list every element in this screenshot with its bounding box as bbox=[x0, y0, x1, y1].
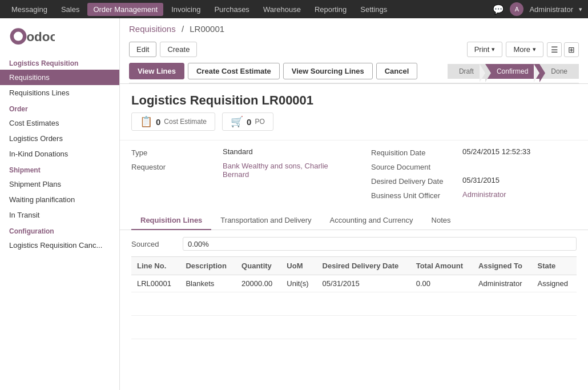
list-view-button[interactable]: ☰ bbox=[547, 42, 562, 57]
col-assigned-to: Assigned To bbox=[473, 257, 532, 275]
tab-content-requisition-lines: Sourced 0.00% Line No. Description Quant… bbox=[120, 230, 588, 346]
sidebar-item-cost-estimates[interactable]: Cost Estimates bbox=[0, 115, 119, 131]
table-empty-row-2 bbox=[131, 316, 577, 339]
more-button[interactable]: More bbox=[506, 42, 543, 57]
cost-estimate-label: Cost Estimate bbox=[164, 118, 207, 126]
field-desired-delivery-date: Desired Delivery Date 05/31/2015 bbox=[371, 176, 577, 186]
empty-cell-1 bbox=[131, 292, 577, 316]
requisition-lines-table: Line No. Description Quantity UoM Desire… bbox=[131, 256, 577, 339]
breadcrumb: Requisitions / LR00001 bbox=[129, 24, 579, 34]
sidebar-item-requisitions-lines[interactable]: Requisitions Lines bbox=[0, 85, 119, 100]
po-badge[interactable]: 🛒 0 PO bbox=[222, 112, 273, 131]
field-business-unit-officer-label: Business Unit Officer bbox=[371, 190, 462, 200]
section-order: Order bbox=[0, 100, 119, 115]
tab-requisition-lines[interactable]: Requisition Lines bbox=[131, 211, 211, 230]
nav-order-management[interactable]: Order Management bbox=[87, 3, 163, 16]
sidebar-item-shipment-plans[interactable]: Shipment Plans bbox=[0, 176, 119, 192]
field-type-value: Standard bbox=[223, 147, 253, 156]
breadcrumb-current: LR00001 bbox=[190, 24, 224, 34]
sidebar-item-logistics-orders[interactable]: Logistics Orders bbox=[0, 131, 119, 146]
section-logistics-requisition: Logistics Requisition bbox=[0, 55, 119, 70]
create-cost-estimate-button[interactable]: Create Cost Estimate bbox=[188, 63, 280, 79]
sidebar-item-in-transit[interactable]: In Transit bbox=[0, 207, 119, 223]
avatar[interactable]: A bbox=[510, 2, 523, 16]
user-name[interactable]: Administrator bbox=[529, 5, 573, 14]
section-shipment: Shipment bbox=[0, 162, 119, 176]
svg-text:odoo: odoo bbox=[26, 30, 55, 44]
field-requestor-label: Requestor bbox=[131, 162, 223, 171]
cell-uom: Unit(s) bbox=[281, 275, 316, 292]
sidebar-item-requisitions[interactable]: Requisitions bbox=[0, 70, 119, 85]
field-requestor-value[interactable]: Bank Wealthy and sons, Charlie Bernard bbox=[223, 162, 348, 179]
sidebar-item-waiting-planification[interactable]: Waiting planification bbox=[0, 192, 119, 207]
field-requisition-date: Requisition Date 05/24/2015 12:52:33 bbox=[371, 147, 577, 157]
fields-section: Type Standard Requestor Bank Wealthy and… bbox=[120, 140, 588, 211]
nav-menu: Messaging Sales Order Management Invoici… bbox=[6, 3, 393, 16]
col-desired-delivery-date: Desired Delivery Date bbox=[317, 257, 410, 275]
field-business-unit-officer-value[interactable]: Administrator bbox=[462, 190, 506, 199]
sourced-bar: 0.00% bbox=[183, 237, 577, 251]
view-lines-button[interactable]: View Lines bbox=[129, 63, 184, 79]
svg-point-1 bbox=[14, 32, 23, 41]
toolbar: Edit Create Print More ☰ ⊞ bbox=[129, 38, 579, 61]
edit-button[interactable]: Edit bbox=[129, 42, 156, 57]
fields-left: Type Standard Requestor Bank Wealthy and… bbox=[131, 147, 348, 204]
breadcrumb-parent[interactable]: Requisitions bbox=[129, 24, 176, 34]
po-label: PO bbox=[255, 118, 264, 126]
field-type-label: Type bbox=[131, 147, 223, 157]
nav-sales[interactable]: Sales bbox=[55, 3, 86, 16]
table-row[interactable]: LRL00001 Blankets 20000.00 Unit(s) 05/31… bbox=[131, 275, 577, 292]
nav-purchases[interactable]: Purchases bbox=[208, 3, 255, 16]
tab-transportation-delivery[interactable]: Transportation and Delivery bbox=[211, 211, 320, 230]
col-state: State bbox=[532, 257, 577, 275]
field-desired-delivery-date-label: Desired Delivery Date bbox=[371, 176, 462, 186]
print-button[interactable]: Print bbox=[467, 42, 503, 57]
fields-right: Requisition Date 05/24/2015 12:52:33 Sou… bbox=[371, 147, 577, 204]
view-icons: ☰ ⊞ bbox=[547, 42, 579, 57]
nav-settings[interactable]: Settings bbox=[355, 3, 393, 16]
nav-warehouse[interactable]: Warehouse bbox=[257, 3, 307, 16]
top-navigation: Messaging Sales Order Management Invoici… bbox=[0, 0, 588, 18]
sidebar-item-in-kind-donations[interactable]: In-Kind Donations bbox=[0, 146, 119, 162]
content-area: Logistics Requisition LR00001 📋 0 Cost E… bbox=[120, 84, 588, 390]
po-count: 0 bbox=[247, 117, 251, 127]
po-icon: 🛒 bbox=[231, 115, 243, 128]
user-dropdown-icon[interactable]: ▾ bbox=[579, 6, 582, 13]
sourced-label: Sourced bbox=[131, 240, 177, 248]
kanban-view-button[interactable]: ⊞ bbox=[564, 42, 579, 57]
field-source-document: Source Document bbox=[371, 162, 577, 171]
create-button[interactable]: Create bbox=[160, 42, 197, 57]
cell-quantity: 20000.00 bbox=[236, 275, 281, 292]
field-business-unit-officer: Business Unit Officer Administrator bbox=[371, 190, 577, 200]
col-total-amount: Total Amount bbox=[410, 257, 473, 275]
cell-line-no: LRL00001 bbox=[131, 275, 180, 292]
nav-reporting[interactable]: Reporting bbox=[309, 3, 352, 16]
tab-accounting-currency[interactable]: Accounting and Currency bbox=[321, 211, 422, 230]
user-menu: 💬 A Administrator ▾ bbox=[493, 2, 582, 16]
status-flow: Draft Confirmed Done bbox=[448, 64, 579, 79]
cost-estimate-badge[interactable]: 📋 0 Cost Estimate bbox=[131, 112, 215, 131]
cost-estimate-icon: 📋 bbox=[140, 115, 152, 128]
table-header-row: Line No. Description Quantity UoM Desire… bbox=[131, 257, 577, 275]
col-line-no: Line No. bbox=[131, 257, 180, 275]
sourced-value: 0.00% bbox=[188, 240, 209, 248]
odoo-logo-svg: odoo bbox=[9, 25, 55, 48]
breadcrumb-separator: / bbox=[182, 24, 184, 34]
breadcrumb-bar: Requisitions / LR00001 Edit Create Print… bbox=[120, 18, 588, 84]
field-requisition-date-value: 05/24/2015 12:52:33 bbox=[462, 147, 530, 156]
message-icon[interactable]: 💬 bbox=[493, 4, 504, 15]
sidebar-item-logistics-requisition-canc[interactable]: Logistics Requisition Canc... bbox=[0, 238, 119, 253]
tab-notes[interactable]: Notes bbox=[422, 211, 460, 230]
view-sourcing-lines-button[interactable]: View Sourcing Lines bbox=[283, 63, 373, 79]
field-source-document-label: Source Document bbox=[371, 162, 462, 171]
col-quantity: Quantity bbox=[236, 257, 281, 275]
status-confirmed[interactable]: Confirmed bbox=[485, 64, 539, 79]
nav-messaging[interactable]: Messaging bbox=[6, 3, 53, 16]
status-done[interactable]: Done bbox=[539, 64, 579, 79]
field-desired-delivery-date-value: 05/31/2015 bbox=[462, 176, 500, 184]
cancel-button[interactable]: Cancel bbox=[376, 63, 418, 79]
section-configuration: Configuration bbox=[0, 223, 119, 238]
cell-assigned-to: Administrator bbox=[473, 275, 532, 292]
cell-total-amount: 0.00 bbox=[410, 275, 473, 292]
nav-invoicing[interactable]: Invoicing bbox=[166, 3, 206, 16]
